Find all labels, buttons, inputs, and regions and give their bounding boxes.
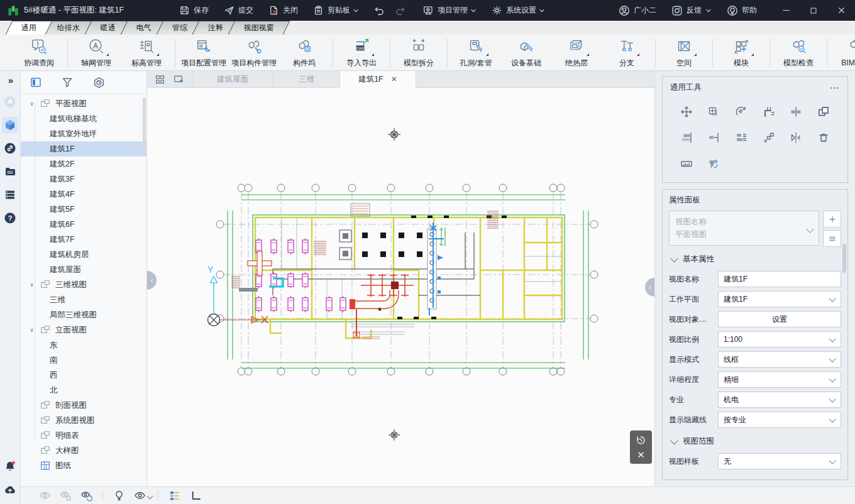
tool-align-right-edge-button[interactable] xyxy=(679,130,694,145)
rail-notification-bell-button[interactable] xyxy=(2,458,18,474)
tree-item-三维视图[interactable]: ∨三维视图 xyxy=(21,277,146,292)
rail-cloud-upload-button[interactable] xyxy=(2,481,18,498)
expand-panels-button[interactable]: » xyxy=(8,75,12,85)
help-menu[interactable]: 帮助 xyxy=(727,5,757,16)
property-select-显示模式[interactable]: 线框 xyxy=(718,351,841,368)
window-maximize-button[interactable] xyxy=(800,0,827,21)
ribbon-button-分支[interactable]: 分支 xyxy=(602,36,652,69)
tree-item-局部三维视图[interactable]: 局部三维视图 xyxy=(21,307,146,322)
section-header-基本属性[interactable]: 基本属性 xyxy=(669,249,841,268)
ribbon-button-轴网管理[interactable]: 轴网管理 xyxy=(71,36,121,69)
switch-window-button[interactable] xyxy=(173,74,184,85)
tool-rotate-button[interactable] xyxy=(734,104,749,119)
tree-item-明细表[interactable]: 明细表 xyxy=(21,428,146,443)
rail-project-docs-button[interactable] xyxy=(2,163,18,180)
tree-scrollbar[interactable] xyxy=(143,97,146,155)
tree-item-三维[interactable]: 三维 xyxy=(21,292,146,307)
ribbon-button-标高管理[interactable]: 标高管理 xyxy=(121,36,172,69)
view-history-button[interactable] xyxy=(90,74,108,91)
submit-button[interactable]: 提交 xyxy=(224,5,253,16)
chevron-down-icon[interactable]: ∨ xyxy=(28,101,35,107)
section-header-视图范围[interactable]: 视图范围 xyxy=(669,432,841,451)
ribbon-button-协调查阅[interactable]: 协调查阅 xyxy=(14,36,64,69)
tree-item-北[interactable]: 北 xyxy=(21,383,146,398)
close-doc-button[interactable]: 关闭 xyxy=(268,5,298,16)
tool-move-button[interactable] xyxy=(679,104,694,119)
property-select-视图比例[interactable]: 1:100 xyxy=(718,331,841,348)
ribbon-tab-通用[interactable]: 通用 xyxy=(6,21,53,35)
ribbon-button-设备基础[interactable]: 设备基础 xyxy=(501,36,551,69)
more-tools-button[interactable]: ··· xyxy=(830,84,841,92)
view-compass-top[interactable] xyxy=(388,128,400,141)
chevron-down-icon[interactable]: ∨ xyxy=(28,327,35,333)
tree-item-建筑屋面[interactable]: 建筑屋面 xyxy=(21,262,146,277)
rail-help-button[interactable]: ? xyxy=(2,210,18,226)
window-close-button[interactable] xyxy=(827,0,855,21)
tool-delete-button[interactable] xyxy=(816,130,831,145)
panel-layout-button[interactable] xyxy=(27,74,45,91)
chevron-down-icon[interactable]: ∨ xyxy=(28,282,35,288)
project-manage-menu[interactable]: 项目管理 xyxy=(423,5,477,16)
close-floating-toolbar-button[interactable]: ✕ xyxy=(637,450,645,459)
rail-link-button[interactable] xyxy=(2,140,18,156)
user-menu[interactable]: 广小二 xyxy=(619,5,656,16)
undo-button[interactable] xyxy=(374,5,385,16)
property-select-视图样板[interactable]: 无 xyxy=(718,453,841,469)
ribbon-button-绝热层[interactable]: 绝热层 xyxy=(551,36,602,69)
properties-scrollbar[interactable] xyxy=(842,244,846,273)
drawing-canvas[interactable]: Y ‹ › xyxy=(147,88,654,486)
tree-item-建筑4F[interactable]: 建筑4F xyxy=(21,187,146,202)
tool-measure-button[interactable] xyxy=(679,156,694,171)
property-button-视图对象…[interactable]: 设置 xyxy=(718,311,841,327)
system-settings-menu[interactable]: 系统设置 xyxy=(492,5,545,16)
ribbon-button-项目配置管理[interactable]: 项目配置管理 xyxy=(179,36,229,69)
tree-item-图纸[interactable]: 图纸 xyxy=(21,458,146,473)
tree-item-建筑电梯基坑[interactable]: 建筑电梯基坑 xyxy=(21,111,146,126)
tree-item-平面视图[interactable]: ∨平面视图 xyxy=(21,96,146,111)
property-input-视图名称[interactable]: 建筑1F xyxy=(718,271,841,287)
ribbon-button-模型拆分[interactable]: 模型拆分 xyxy=(394,36,444,69)
status-visibility-restore-button[interactable] xyxy=(76,490,97,501)
tree-item-西[interactable]: 西 xyxy=(21,368,146,383)
status-axis-origin-button[interactable] xyxy=(185,490,206,501)
property-select-显示隐藏线[interactable]: 按专业 xyxy=(718,412,841,428)
view-type-selector[interactable]: 视图名称 平面视图 xyxy=(669,211,819,246)
rail-model-cube-button[interactable] xyxy=(2,117,18,133)
ribbon-button-模型检查[interactable]: 模型检查 xyxy=(773,36,824,69)
tree-item-建筑3F[interactable]: 建筑3F xyxy=(21,172,146,187)
tree-item-建筑2F[interactable]: 建筑2F xyxy=(21,156,146,172)
tile-views-button[interactable] xyxy=(155,74,165,85)
tool-copy-button[interactable] xyxy=(706,104,721,119)
tree-item-南[interactable]: 南 xyxy=(21,353,146,368)
restore-view-button[interactable] xyxy=(636,435,646,446)
tool-match-properties-button[interactable] xyxy=(816,104,831,119)
ribbon-button-空间[interactable]: 空间 xyxy=(659,36,709,69)
filter-button[interactable] xyxy=(58,74,76,91)
tool-step-array-button[interactable] xyxy=(761,130,776,145)
property-select-专业[interactable]: 机电 xyxy=(718,392,841,408)
ribbon-button-模块[interactable]: 模块 xyxy=(716,36,766,69)
ribbon-button-构件坞[interactable]: G构件坞 xyxy=(279,36,329,69)
document-tab-建筑屋面[interactable]: 建筑屋面 xyxy=(192,71,273,87)
property-select-详细程度[interactable]: 精细 xyxy=(718,371,841,388)
tool-offset-corner-button[interactable] xyxy=(706,156,721,171)
tool-trim-extend-button[interactable] xyxy=(761,104,776,119)
property-select-工作平面[interactable]: 建筑1F xyxy=(718,291,841,307)
tool-mirror-button[interactable] xyxy=(788,130,803,145)
close-tab-button[interactable]: ✕ xyxy=(391,75,397,84)
tree-item-建筑5F[interactable]: 建筑5F xyxy=(21,202,146,217)
tree-item-建筑室外地坪[interactable]: 建筑室外地坪 xyxy=(21,126,146,141)
document-tab-建筑1F[interactable]: 建筑1F✕ xyxy=(340,71,416,88)
tree-item-建筑1F[interactable]: 建筑1F xyxy=(21,141,146,156)
ribbon-tab-视图视窗[interactable]: 视图视窗 xyxy=(228,21,290,35)
tree-item-大样图[interactable]: 大样图 xyxy=(21,443,146,458)
feedback-menu[interactable]: 反馈 xyxy=(671,5,712,16)
document-tab-三维[interactable]: 三维 xyxy=(273,71,340,87)
ribbon-button-导入导出[interactable]: CAD导入导出 xyxy=(336,36,387,69)
tree-item-系统图视图[interactable]: 系统图视图 xyxy=(21,413,146,428)
status-bulb-button[interactable] xyxy=(109,490,130,501)
tree-item-东[interactable]: 东 xyxy=(21,337,146,353)
save-button[interactable]: 保存 xyxy=(179,5,209,16)
rail-floor-levels-button[interactable] xyxy=(2,187,18,203)
status-visibility-box-button[interactable] xyxy=(55,490,76,501)
